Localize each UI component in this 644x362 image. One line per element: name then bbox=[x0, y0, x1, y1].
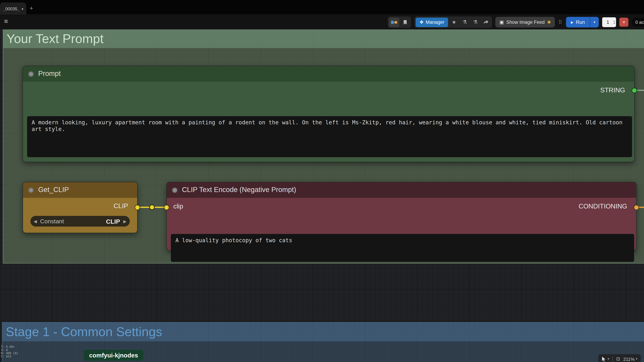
clear-queue-button[interactable]: × bbox=[619, 18, 628, 27]
prompt-text-widget[interactable]: A modern looking, luxury apartment room … bbox=[27, 116, 632, 157]
bookmark-button[interactable] bbox=[400, 17, 410, 27]
perf-stats: T: 0.00s I: 0 N: 408 [9] F: 853 bbox=[1, 345, 18, 358]
share-icon bbox=[483, 20, 489, 25]
queue-status-badge[interactable]: 0 active bbox=[632, 18, 644, 27]
prev-arrow-icon[interactable]: ◀ bbox=[30, 219, 40, 224]
stepper-down-icon: ▾ bbox=[614, 22, 615, 25]
bookmark-icon bbox=[403, 19, 408, 25]
divider bbox=[612, 356, 613, 362]
manager-button[interactable]: ❖ Manager bbox=[416, 17, 448, 27]
next-arrow-icon[interactable]: ▶ bbox=[120, 219, 130, 224]
pointer-mode-button[interactable]: ▾ bbox=[602, 356, 609, 362]
chevron-down-icon: ▾ bbox=[594, 20, 596, 24]
group-header[interactable]: Stage 1 - Common Settings bbox=[2, 323, 644, 342]
group-title: Stage 1 - Common Settings bbox=[2, 323, 644, 342]
group-header[interactable]: Your Text Prompt bbox=[3, 30, 644, 48]
perf-stat-line: F: 853 bbox=[1, 355, 18, 358]
node-title: CLIP Text Encode (Negative Prompt) bbox=[182, 186, 296, 194]
input-port-clip[interactable] bbox=[164, 205, 169, 210]
combo-widget-value: CLIP bbox=[106, 218, 120, 225]
show-image-feed-label: Show Image Feed bbox=[506, 20, 544, 25]
graph-canvas[interactable]: Your Text Prompt Stage 1 - Common Settin… bbox=[0, 29, 644, 362]
menu-bar: ≡ ❖ Manager bbox=[0, 15, 644, 29]
unsaved-indicator-dot: ● bbox=[22, 7, 24, 10]
hamburger-menu-button[interactable]: ≡ bbox=[4, 18, 8, 25]
manager-button-group: ❖ Manager ★ ⚗ ⚗ bbox=[414, 16, 492, 28]
node-clip-text-encode-negative[interactable]: CLIP Text Encode (Negative Prompt) clip … bbox=[166, 182, 636, 251]
stepper-up-icon: ▴ bbox=[614, 20, 615, 22]
constant-combo-widget[interactable]: ◀ Constant CLIP ▶ bbox=[30, 216, 130, 226]
perf-stat-line: T: 0.00s bbox=[1, 345, 18, 349]
collapse-dot[interactable] bbox=[172, 187, 178, 193]
beaker-button-1[interactable]: ⚗ bbox=[460, 17, 469, 27]
new-tab-button[interactable]: + bbox=[30, 5, 33, 11]
output-port-conditioning[interactable] bbox=[634, 205, 639, 210]
node-header[interactable]: Get_CLIP bbox=[23, 182, 137, 198]
node-body: CLIP ◀ Constant CLIP ▶ bbox=[23, 198, 137, 233]
workflow-button-group bbox=[388, 16, 411, 28]
queue-status-label: 0 active bbox=[636, 20, 644, 25]
chevron-down-icon: ▾ bbox=[608, 357, 609, 361]
batch-count-steppers[interactable]: ▴▾ bbox=[614, 20, 616, 25]
input-slot-label-clip: clip bbox=[173, 203, 183, 210]
manager-button-label: Manager bbox=[426, 20, 444, 25]
star-button[interactable]: ★ bbox=[449, 17, 459, 27]
node-get-clip[interactable]: Get_CLIP CLIP ◀ Constant CLIP ▶ bbox=[22, 182, 138, 233]
play-icon: ▶ bbox=[571, 20, 573, 24]
node-prompt[interactable]: Prompt STRING A modern looking, luxury a… bbox=[22, 66, 634, 162]
node-title: Get_CLIP bbox=[38, 186, 69, 194]
run-button[interactable]: ▶ Run bbox=[566, 17, 590, 27]
beaker-button-2[interactable]: ⚗ bbox=[470, 17, 480, 27]
viewport-toolbar: ▾ ⊡ 211% ▾ bbox=[598, 354, 641, 362]
output-slot-label-string: STRING bbox=[600, 86, 625, 94]
star-icon: ★ bbox=[452, 19, 456, 25]
combo-widget-name: Constant bbox=[40, 218, 64, 225]
chevron-down-icon: ▾ bbox=[636, 357, 637, 361]
collapse-dot[interactable] bbox=[28, 187, 34, 193]
zoom-level: 211% bbox=[623, 357, 634, 361]
workflow-tab[interactable]: _00035_ ● bbox=[0, 2, 26, 15]
close-icon: × bbox=[622, 19, 625, 25]
fit-view-button[interactable]: ⊡ bbox=[616, 356, 620, 362]
run-options-dropdown[interactable]: ▾ bbox=[590, 17, 599, 27]
fit-view-icon: ⊡ bbox=[616, 356, 620, 362]
output-port-string[interactable] bbox=[632, 88, 637, 93]
output-slot-label-conditioning: CONDITIONING bbox=[578, 203, 627, 210]
node-body: STRING A modern looking, luxury apartmen… bbox=[23, 82, 634, 162]
output-slot-label-clip: CLIP bbox=[114, 202, 128, 210]
beaker-icon: ⚗ bbox=[462, 19, 467, 25]
run-button-label: Run bbox=[576, 19, 585, 25]
output-port-clip[interactable] bbox=[135, 205, 140, 210]
grip-icon: ⠿ bbox=[558, 19, 562, 25]
share-button[interactable] bbox=[481, 17, 491, 27]
bee-icon: ✱ bbox=[547, 19, 551, 25]
beaker-icon: ⚗ bbox=[473, 19, 478, 25]
perf-stat-line: N: 408 [9] bbox=[1, 352, 18, 355]
batch-count-value: 1 bbox=[602, 19, 614, 25]
zoom-select[interactable]: 211% ▾ bbox=[623, 357, 638, 361]
puzzle-icon: ❖ bbox=[420, 19, 424, 25]
negative-prompt-text-widget[interactable]: A low-quality photocopy of two cats bbox=[171, 234, 634, 262]
top-toolbar: ❖ Manager ★ ⚗ ⚗ ▣ Show Image Feed ✱ ⠿ bbox=[388, 16, 644, 28]
node-title: Prompt bbox=[38, 70, 61, 78]
node-body: clip CONDITIONING A low-quality photocop… bbox=[167, 198, 636, 250]
run-button-group: ▶ Run ▾ bbox=[566, 17, 599, 27]
show-image-feed-button[interactable]: ▣ Show Image Feed ✱ bbox=[495, 17, 555, 27]
comfyui-logo-icon bbox=[390, 19, 398, 25]
image-icon: ▣ bbox=[500, 19, 504, 25]
collapse-dot[interactable] bbox=[28, 71, 34, 77]
node-source-badge: comfyui-kjnodes bbox=[84, 350, 144, 361]
group-title: Your Text Prompt bbox=[3, 30, 644, 48]
toolbar-drag-handle[interactable]: ⠿ bbox=[558, 19, 562, 25]
perf-stat-line: I: 0 bbox=[1, 349, 18, 352]
comfyui-logo-button[interactable] bbox=[389, 17, 399, 27]
batch-count-input[interactable]: 1 ▴▾ bbox=[602, 17, 616, 27]
node-header[interactable]: CLIP Text Encode (Negative Prompt) bbox=[167, 182, 636, 198]
cursor-icon bbox=[602, 356, 606, 362]
tab-bar: _00035_ ● + bbox=[0, 0, 644, 15]
app-window: _00035_ ● + ≡ bbox=[0, 0, 644, 362]
node-header[interactable]: Prompt bbox=[23, 66, 634, 82]
tab-title: _00035_ bbox=[3, 6, 20, 11]
